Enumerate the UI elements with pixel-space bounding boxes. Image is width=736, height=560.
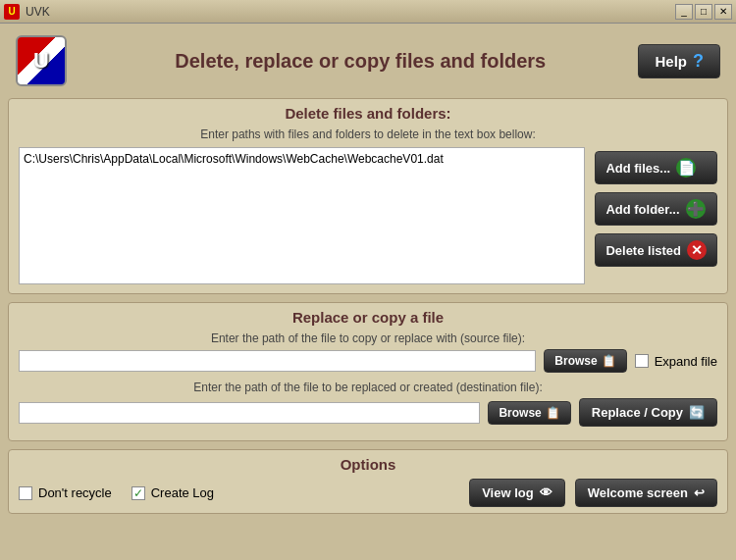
dest-row: Browse 📋 Replace / Copy 🔄 [19,398,717,427]
delete-listed-icon: ✕ [687,240,707,260]
source-path-input[interactable] [19,350,536,372]
options-buttons: View log 👁 Welcome screen ↩ [469,479,717,507]
delete-textarea-container: C:\Users\Chris\AppData\Local\Microsoft\W… [19,147,585,287]
dont-recycle-label: Don't recycle [38,485,112,500]
add-folder-icon: ➕ [686,199,706,219]
add-files-button[interactable]: Add files... 📄 [595,151,717,184]
delete-buttons-group: Add files... 📄 Add folder... ➕ Delete li… [595,147,717,287]
replace-section-title: Replace or copy a file [19,309,717,326]
delete-section-subtitle: Enter paths with files and folders to de… [19,127,717,141]
add-folder-label: Add folder... [605,202,679,217]
create-log-label: Create Log [151,485,214,500]
delete-textarea[interactable]: C:\Users\Chris\AppData\Local\Microsoft\W… [19,147,585,284]
maximize-button[interactable]: □ [695,4,712,20]
expand-row: Expand file [635,354,717,369]
options-row: Don't recycle ✓ Create Log View log 👁 We… [19,479,717,507]
delete-section-body: C:\Users\Chris\AppData\Local\Microsoft\W… [19,147,717,287]
welcome-icon: ↩ [694,485,705,500]
minimize-button[interactable]: _ [675,4,693,20]
title-bar: U UVK _ □ ✕ [0,0,736,24]
view-log-button[interactable]: View log 👁 [469,479,565,507]
replace-section: Replace or copy a file Enter the path of… [8,302,728,441]
options-section: Options Don't recycle ✓ Create Log View … [8,449,728,514]
help-icon: ? [693,51,704,72]
header-area: U Delete, replace or copy files and fold… [8,31,728,90]
browse-dest-label: Browse [499,406,541,420]
source-row: Browse 📋 Expand file [19,349,717,373]
window-controls: _ □ ✕ [675,4,732,20]
dont-recycle-option: Don't recycle [19,485,112,500]
welcome-screen-button[interactable]: Welcome screen ↩ [575,479,717,507]
help-label: Help [655,53,687,70]
app-logo: U [16,35,67,86]
add-files-icon: 📄 [676,158,696,178]
close-button[interactable]: ✕ [714,4,732,20]
dont-recycle-checkbox[interactable] [19,486,32,500]
app-icon: U [4,4,20,20]
dest-label: Enter the path of the file to be replace… [19,381,717,394]
view-log-label: View log [482,485,534,500]
expand-file-label: Expand file [655,354,717,369]
create-log-checkbox[interactable]: ✓ [131,486,145,500]
delete-listed-button[interactable]: Delete listed ✕ [595,233,717,267]
delete-section: Delete files and folders: Enter paths wi… [8,98,728,294]
expand-file-checkbox[interactable] [635,354,649,368]
page-title: Delete, replace or copy files and folder… [82,50,638,73]
delete-listed-label: Delete listed [605,243,681,258]
replace-copy-icon: 🔄 [689,405,705,420]
main-window: U Delete, replace or copy files and fold… [0,24,736,560]
add-files-label: Add files... [605,161,670,176]
browse-dest-button[interactable]: Browse 📋 [488,401,570,425]
browse-source-icon: 📋 [602,354,616,368]
options-title: Options [19,456,717,473]
browse-source-button[interactable]: Browse 📋 [544,349,626,373]
view-log-icon: 👁 [540,485,552,500]
source-label: Enter the path of the file to copy or re… [19,331,717,345]
help-button[interactable]: Help ? [638,44,720,78]
browse-source-label: Browse [554,354,597,368]
browse-dest-icon: 📋 [546,406,560,420]
replace-copy-label: Replace / Copy [592,405,683,420]
title-bar-text: UVK [26,5,675,19]
welcome-screen-label: Welcome screen [588,485,688,500]
logo-text: U [33,48,49,74]
delete-section-title: Delete files and folders: [19,105,717,122]
replace-copy-button[interactable]: Replace / Copy 🔄 [579,398,717,427]
dest-path-input[interactable] [19,402,480,424]
checkmark-icon: ✓ [133,486,143,500]
add-folder-button[interactable]: Add folder... ➕ [595,192,717,226]
create-log-option: ✓ Create Log [131,485,214,500]
